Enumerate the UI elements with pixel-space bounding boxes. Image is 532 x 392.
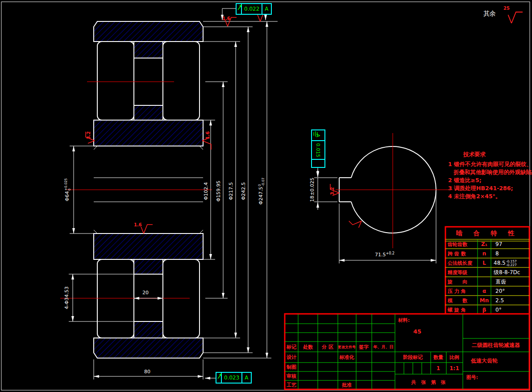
dim-web: 20 bbox=[142, 290, 149, 296]
tolerance-datum-bottom: A bbox=[241, 373, 250, 383]
side-centerlines bbox=[336, 133, 453, 248]
dim-bore: Φ64+0.0250 bbox=[64, 178, 71, 201]
tb-date: 年、月、日 bbox=[374, 344, 394, 350]
param-label: 压 力 角 bbox=[448, 288, 466, 295]
tb-drawing-no: 图号: bbox=[466, 374, 478, 381]
param-label: 模 数 bbox=[448, 297, 467, 304]
roughness-32-left: 3.2 bbox=[86, 131, 91, 139]
param-value: 2.5 bbox=[495, 297, 504, 304]
param-symbol: L bbox=[482, 260, 486, 266]
param-label: 旋 向 bbox=[448, 279, 467, 285]
surplus-label: 其余 bbox=[483, 10, 496, 18]
tolerance-frame-side: A 0.015 bbox=[311, 129, 325, 168]
tb-approve: 批准 bbox=[342, 382, 352, 388]
tolerance-value-top: 0.022 bbox=[241, 4, 262, 14]
tb-part-name: 低速大齿轮 bbox=[471, 357, 498, 365]
surplus-roughness-value: 25 bbox=[503, 6, 510, 11]
tb-stage: 阶段标记 bbox=[403, 354, 423, 361]
tb-qty: 1 bbox=[436, 365, 440, 371]
roughness-16-top: 1.6 bbox=[222, 16, 230, 21]
tolerance-value-bottom: 0.023 bbox=[221, 373, 241, 383]
param-value: 0° bbox=[495, 307, 502, 313]
dim-d102: Φ102.4 bbox=[203, 182, 209, 200]
param-value-tolerance: 48.5-0.157-0.227 bbox=[494, 260, 517, 267]
roughness-32-keyway: 3.2 bbox=[330, 187, 335, 195]
tb-material: 45 bbox=[413, 328, 421, 335]
param-value: 8 bbox=[495, 250, 499, 257]
param-value: 97 bbox=[495, 241, 502, 247]
param-table-title: 啮 合 特 性 bbox=[456, 229, 519, 238]
tech-req-title: 技术要求 bbox=[463, 151, 486, 158]
param-symbol: β bbox=[482, 307, 486, 313]
param-label: 螺 旋 角 bbox=[448, 307, 466, 313]
tb-draw: 制图 bbox=[287, 364, 296, 371]
roughness-16-right: 1.6 bbox=[205, 131, 210, 139]
tb-doc: 更改文件号 bbox=[338, 345, 356, 350]
param-value: 级8-8-7Dc bbox=[494, 269, 520, 276]
symmetry-icon bbox=[312, 159, 324, 167]
tech-req-line2: 折叠和其他影响使用的外观缺陷; bbox=[453, 169, 532, 176]
tech-req-line5: 4 未注倒角2×45°。 bbox=[448, 193, 501, 200]
tb-mark: 标记 bbox=[287, 344, 296, 350]
tolerance-frame-bottom: 0.023 A bbox=[216, 372, 252, 384]
tech-req-line3: 2 锻造比≥5; bbox=[448, 177, 482, 184]
param-symbol: α bbox=[482, 288, 486, 294]
tb-design: 设计 bbox=[287, 354, 296, 361]
roughness-16-bore: 1.6 bbox=[134, 222, 142, 227]
dim-keyway-depth: 71.5+0.2 bbox=[375, 251, 395, 258]
dim-holes: 4-Φ34.53 bbox=[64, 286, 70, 309]
tb-product-name: 二级圆柱齿轮减速器 bbox=[472, 342, 520, 349]
tb-process: 工艺 bbox=[287, 382, 296, 388]
tb-count: 处数 bbox=[303, 344, 313, 350]
param-symbol: n bbox=[482, 250, 486, 257]
dim-od: Φ247.50-0.07 bbox=[258, 178, 265, 205]
tb-sign: 签字 bbox=[359, 344, 369, 350]
tb-sheets: 共 张 第 张 bbox=[411, 379, 446, 386]
runout-icon bbox=[237, 4, 241, 14]
tb-zone: 分 区 bbox=[322, 344, 333, 350]
tech-req-line1: 1 锻件不允许有肉眼可见的裂纹、 bbox=[448, 161, 532, 168]
runout-icon bbox=[216, 373, 221, 383]
tb-material-label: 材料: bbox=[398, 317, 410, 324]
cad-drawing-canvas: 其余 25 3.2 1.6 3.2 1.6 1.6 3.2 Φ64+0.0250… bbox=[0, 0, 532, 392]
dim-d242: Φ242.5 bbox=[241, 182, 246, 200]
tolerance-datum-top: A bbox=[262, 4, 270, 14]
tb-check: 审核 bbox=[287, 373, 296, 379]
param-label: 跨 齿 数 bbox=[448, 250, 466, 257]
tb-scale: 1:1 bbox=[449, 365, 459, 371]
param-value: 20° bbox=[495, 288, 505, 294]
param-symbol: Z₁ bbox=[481, 241, 487, 247]
param-label: 精度等级 bbox=[448, 269, 467, 276]
tolerance-value-side: 0.015 bbox=[312, 140, 324, 159]
tb-standardization: 标准化 bbox=[340, 354, 354, 361]
tb-scale-label: 比例 bbox=[449, 354, 459, 361]
title-block-grid bbox=[285, 314, 529, 389]
param-symbol: Mn bbox=[480, 297, 489, 304]
dim-d160: Φ159.95 bbox=[216, 180, 221, 201]
dim-d217: Φ217.5 bbox=[228, 182, 234, 200]
param-label: 公法线长度 bbox=[448, 260, 472, 267]
dim-keyway-width: 18±0.025 bbox=[309, 178, 315, 202]
param-value: 直齿 bbox=[495, 278, 506, 286]
tb-qty-label: 数量 bbox=[433, 354, 443, 361]
tolerance-frame-top: 0.022 A bbox=[236, 3, 272, 15]
dim-width: 80 bbox=[144, 369, 150, 375]
param-label: 齿轮齿数 bbox=[448, 241, 467, 248]
tech-req-line4: 3 调质处理HB241-286; bbox=[448, 185, 513, 192]
